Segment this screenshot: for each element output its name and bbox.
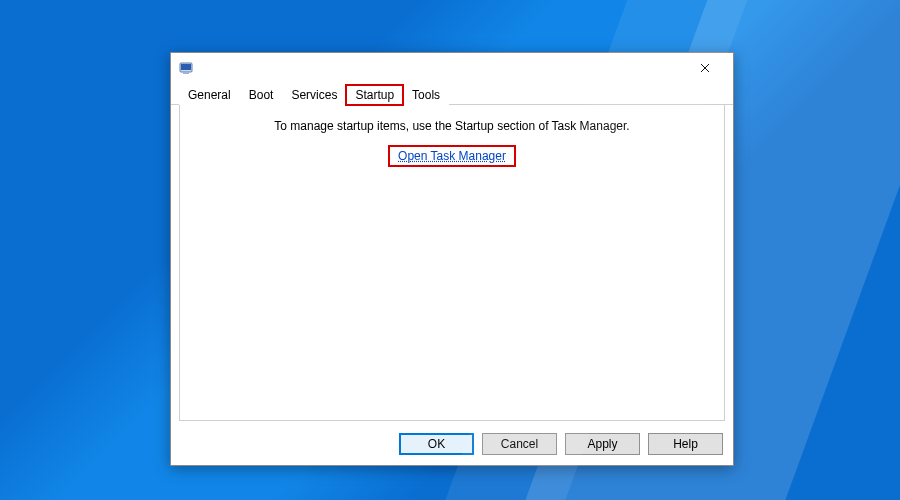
svg-rect-1	[181, 64, 191, 70]
tab-services[interactable]: Services	[282, 85, 346, 105]
desktop-wallpaper: General Boot Services Startup Tools To m…	[0, 0, 900, 500]
tab-startup[interactable]: Startup	[346, 85, 403, 105]
tab-general[interactable]: General	[179, 85, 240, 105]
tab-tools[interactable]: Tools	[403, 85, 449, 105]
ok-button[interactable]: OK	[399, 433, 474, 455]
svg-rect-2	[183, 72, 189, 74]
open-task-manager-link[interactable]: Open Task Manager	[396, 148, 508, 164]
close-button[interactable]	[682, 54, 727, 82]
dialog-button-row: OK Cancel Apply Help	[171, 427, 733, 465]
startup-info-text: To manage startup items, use the Startup…	[274, 119, 629, 133]
cancel-button[interactable]: Cancel	[482, 433, 557, 455]
help-button[interactable]: Help	[648, 433, 723, 455]
highlight-box: Open Task Manager	[388, 145, 516, 167]
tab-strip: General Boot Services Startup Tools	[171, 83, 733, 105]
apply-button[interactable]: Apply	[565, 433, 640, 455]
startup-tab-panel: To manage startup items, use the Startup…	[179, 105, 725, 421]
msconfig-window: General Boot Services Startup Tools To m…	[170, 52, 734, 466]
window-controls	[682, 54, 727, 82]
title-bar[interactable]	[171, 53, 733, 83]
app-icon	[179, 60, 195, 76]
tab-boot[interactable]: Boot	[240, 85, 283, 105]
